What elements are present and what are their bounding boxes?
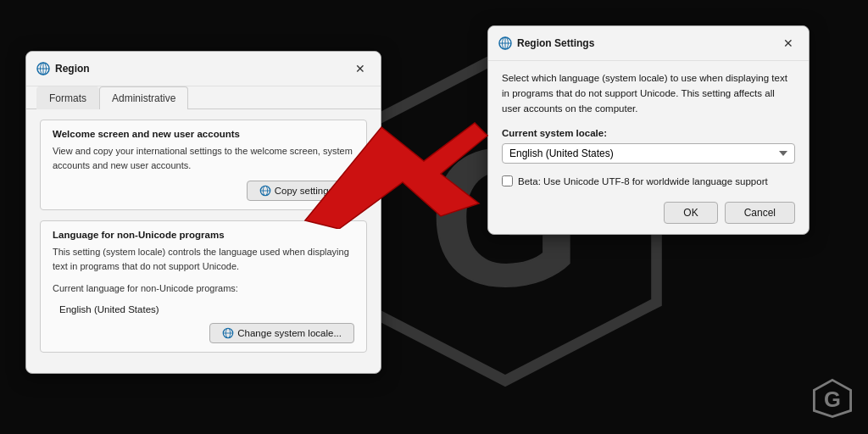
svg-text:G: G — [824, 387, 841, 411]
language-section-desc: This setting (system locale) controls th… — [53, 245, 354, 273]
welcome-section-desc: View and copy your international setting… — [53, 144, 354, 172]
current-locale-label: Current system locale: — [502, 128, 795, 138]
tab-formats[interactable]: Formats — [36, 86, 99, 109]
change-locale-icon — [222, 327, 234, 339]
region-settings-dialog-title: Region Settings — [517, 37, 594, 49]
welcome-section-title: Welcome screen and new user accounts — [53, 129, 354, 139]
copy-settings-icon — [259, 185, 271, 197]
cancel-button[interactable]: Cancel — [725, 202, 795, 224]
beta-checkbox[interactable] — [502, 175, 513, 186]
current-language-label: Current language for non-Unicode program… — [53, 281, 354, 296]
region-settings-button-row: OK Cancel — [502, 202, 795, 224]
locale-select[interactable]: English (United States)Chinese (Simplifi… — [502, 143, 795, 164]
copy-settings-button[interactable]: Copy settings... — [247, 181, 354, 201]
welcome-section: Welcome screen and new user accounts Vie… — [40, 120, 367, 210]
tab-administrative[interactable]: Administrative — [99, 86, 188, 109]
language-section-title: Language for non-Unicode programs — [53, 230, 354, 240]
region-body: Welcome screen and new user accounts Vie… — [26, 109, 381, 373]
region-settings-title-area: Region Settings — [498, 36, 594, 50]
region-title-area: Region — [36, 62, 90, 75]
beta-checkbox-label: Beta: Use Unicode UTF-8 for worldwide la… — [518, 176, 768, 186]
language-section: Language for non-Unicode programs This s… — [40, 220, 367, 353]
region-settings-body: Select which language (system locale) to… — [488, 61, 809, 234]
current-language-value: English (United States) — [53, 304, 354, 314]
region-tabs: Formats Administrative — [26, 86, 381, 109]
beta-checkbox-row: Beta: Use Unicode UTF-8 for worldwide la… — [502, 175, 795, 186]
region-settings-dialog: Region Settings ✕ Select which language … — [487, 25, 810, 235]
bottom-right-logo: G — [812, 378, 853, 419]
region-settings-close-button[interactable]: ✕ — [778, 33, 798, 53]
region-titlebar: Region ✕ — [26, 52, 381, 86]
region-settings-description: Select which language (system locale) to… — [502, 71, 795, 116]
region-dialog: Region ✕ Formats Administrative Welcome … — [25, 51, 381, 374]
region-settings-globe-icon — [498, 36, 512, 50]
globe-icon — [36, 62, 50, 75]
region-close-button[interactable]: ✕ — [350, 58, 370, 79]
ok-button[interactable]: OK — [664, 202, 717, 224]
region-dialog-title: Region — [55, 63, 90, 75]
change-locale-button[interactable]: Change system locale... — [209, 323, 354, 343]
region-settings-titlebar: Region Settings ✕ — [488, 26, 809, 61]
